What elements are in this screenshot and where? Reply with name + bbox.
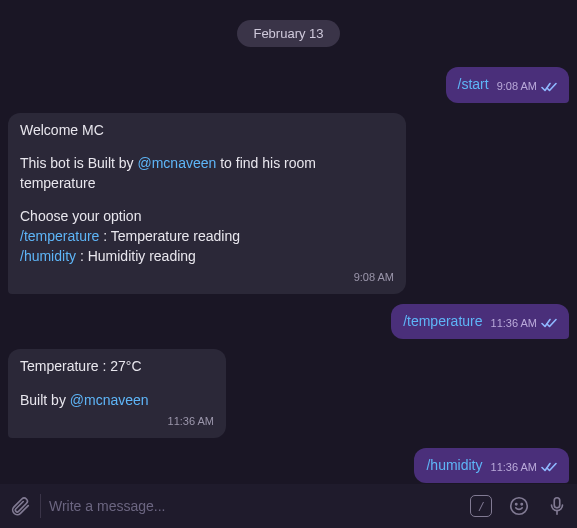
message-bubble[interactable]: Welcome MC This bot is Built by @mcnavee… <box>8 113 406 294</box>
microphone-icon[interactable] <box>545 494 569 518</box>
attach-icon[interactable] <box>8 494 32 518</box>
text-line: Built by @mcnaveen <box>20 391 214 411</box>
svg-rect-3 <box>554 498 560 508</box>
chat-scroll-area[interactable]: February 13 /start 9:08 AM Welcome MC Th… <box>0 0 577 484</box>
message-time: 11:36 AM <box>491 460 537 475</box>
text-fragment: : Humiditiy reading <box>76 248 196 264</box>
message-time: 11:36 AM <box>491 316 537 331</box>
message-meta: 11:36 AM <box>491 460 557 475</box>
emoji-icon[interactable] <box>507 494 531 518</box>
message-input[interactable] <box>49 498 461 514</box>
text-fragment: Built by <box>20 392 70 408</box>
message-bubble[interactable]: /temperature 11:36 AM <box>391 304 569 340</box>
message-time: 11:36 AM <box>168 414 214 429</box>
command-link[interactable]: /humidity <box>20 248 76 264</box>
text-fragment: : Temperature reading <box>99 228 240 244</box>
double-check-icon <box>541 461 557 473</box>
message-time: 9:08 AM <box>354 270 394 285</box>
message-meta: 11:36 AM <box>491 316 557 331</box>
text-line: Choose your option <box>20 207 394 227</box>
date-pill: February 13 <box>237 20 339 47</box>
message-meta: 9:08 AM <box>497 79 557 94</box>
command-link[interactable]: /temperature <box>20 228 99 244</box>
message-input-bar: / <box>0 484 577 528</box>
text-fragment: This bot is Built by <box>20 155 138 171</box>
message-bubble[interactable]: /start 9:08 AM <box>446 67 569 103</box>
svg-point-0 <box>511 498 528 515</box>
command-link[interactable]: /start <box>458 76 489 92</box>
command-link[interactable]: /humidity <box>426 457 482 473</box>
svg-point-2 <box>521 504 522 505</box>
double-check-icon <box>541 81 557 93</box>
mention-link[interactable]: @mcnaveen <box>70 392 149 408</box>
message-time: 9:08 AM <box>497 79 537 94</box>
message-bubble[interactable]: Temperature : 27°C Built by @mcnaveen 11… <box>8 349 226 438</box>
message-meta: 11:36 AM <box>168 414 214 429</box>
message-bubble[interactable]: /humidity 11:36 AM <box>414 448 569 484</box>
input-actions: / <box>469 494 569 518</box>
commands-icon[interactable]: / <box>469 494 493 518</box>
text-line: /humidity : Humiditiy reading <box>20 247 394 267</box>
message-row-incoming: Temperature : 27°C Built by @mcnaveen 11… <box>8 349 569 438</box>
message-row-outgoing: /temperature 11:36 AM <box>8 304 569 340</box>
text-line: This bot is Built by @mcnaveen to find h… <box>20 154 394 193</box>
command-link[interactable]: /temperature <box>403 313 482 329</box>
message-row-outgoing: /start 9:08 AM <box>8 67 569 103</box>
double-check-icon <box>541 317 557 329</box>
date-divider: February 13 <box>8 20 569 47</box>
mention-link[interactable]: @mcnaveen <box>138 155 217 171</box>
text-line: Welcome MC <box>20 121 394 141</box>
message-row-incoming: Welcome MC This bot is Built by @mcnavee… <box>8 113 569 294</box>
svg-point-1 <box>516 504 517 505</box>
text-line: Temperature : 27°C <box>20 357 214 377</box>
message-row-outgoing: /humidity 11:36 AM <box>8 448 569 484</box>
divider <box>40 494 41 518</box>
text-line: /temperature : Temperature reading <box>20 227 394 247</box>
message-meta: 9:08 AM <box>354 270 394 285</box>
